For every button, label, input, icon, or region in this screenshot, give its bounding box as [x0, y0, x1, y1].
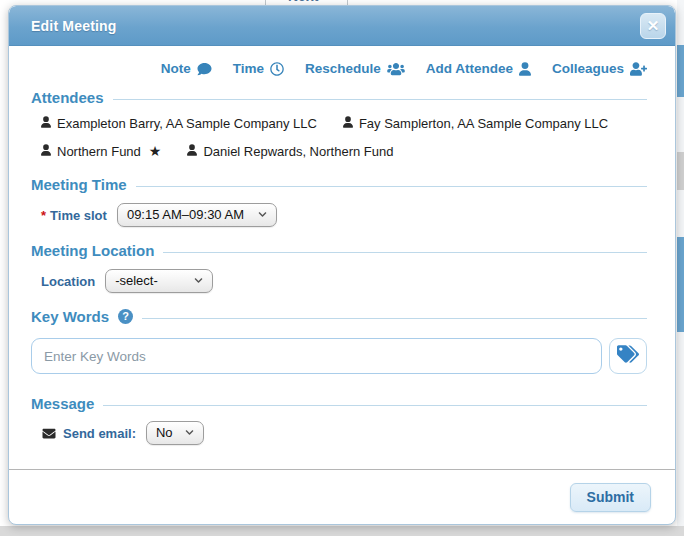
dialog-toolbar: Note Time Reschedule Add Attendee Collea…	[31, 61, 647, 76]
colleagues-link[interactable]: Colleagues	[552, 61, 647, 76]
scrollbar-segment	[677, 237, 684, 332]
chevron-down-icon	[185, 425, 194, 440]
key-words-heading-label: Key Words	[31, 308, 109, 325]
section-divider	[113, 99, 647, 100]
section-divider	[142, 318, 647, 319]
meeting-location-heading-label: Meeting Location	[31, 242, 154, 259]
close-icon[interactable]: ✕	[640, 13, 666, 39]
dialog-body: Note Time Reschedule Add Attendee Collea…	[9, 46, 675, 469]
background-scrollbar	[677, 0, 684, 536]
attendee-name: Northern Fund	[57, 144, 141, 159]
location-value: -select-	[115, 273, 158, 288]
background-next-button: Next	[288, 0, 318, 4]
add-attendee-link[interactable]: Add Attendee	[426, 61, 531, 76]
location-label: Location	[41, 274, 95, 289]
send-email-row: Send email: No	[41, 421, 647, 445]
time-slot-row: * Time slot 09:15 AM–09:30 AM	[41, 203, 647, 227]
location-row: Location -select-	[41, 269, 647, 293]
add-attendee-link-label: Add Attendee	[426, 61, 513, 76]
time-slot-select[interactable]: 09:15 AM–09:30 AM	[117, 203, 277, 227]
dialog-footer: Submit	[9, 469, 675, 524]
note-link-label: Note	[161, 61, 191, 76]
required-marker: *	[41, 208, 46, 223]
user-plus-icon	[630, 62, 647, 76]
section-divider	[163, 252, 647, 253]
user-icon	[187, 144, 197, 159]
edit-meeting-dialog: Edit Meeting ✕ Note Time Reschedule Add …	[8, 5, 676, 525]
section-divider	[103, 405, 647, 406]
attendee-name: Daniel Repwards, Northern Fund	[203, 144, 393, 159]
time-slot-label: Time slot	[50, 208, 107, 223]
background-page-bottom	[0, 526, 684, 536]
time-link[interactable]: Time	[233, 61, 284, 76]
attendee-row: Exampleton Barry, AA Sample Company LLC …	[41, 116, 647, 131]
message-section-heading: Message	[31, 395, 647, 412]
attendee-item: Exampleton Barry, AA Sample Company LLC	[41, 116, 317, 131]
user-icon	[343, 116, 353, 131]
dialog-titlebar[interactable]: Edit Meeting ✕	[9, 6, 675, 46]
attendee-name: Fay Samplerton, AA Sample Company LLC	[359, 116, 608, 131]
submit-button[interactable]: Submit	[570, 483, 651, 512]
key-words-row	[31, 338, 647, 374]
dialog-title: Edit Meeting	[31, 6, 117, 46]
message-heading-label: Message	[31, 395, 94, 412]
key-words-input[interactable]	[31, 338, 602, 374]
user-icon	[41, 116, 51, 131]
tags-icon	[617, 344, 639, 368]
meeting-time-section-heading: Meeting Time	[31, 176, 647, 193]
chevron-down-icon	[194, 273, 203, 288]
star-icon: ★	[149, 143, 162, 159]
tags-button[interactable]	[609, 338, 647, 374]
colleagues-link-label: Colleagues	[552, 61, 624, 76]
attendee-item: Daniel Repwards, Northern Fund	[187, 143, 393, 159]
user-icon	[41, 144, 51, 159]
meeting-location-section-heading: Meeting Location	[31, 242, 647, 259]
scrollbar-segment	[677, 152, 684, 190]
send-email-label: Send email:	[63, 426, 136, 441]
user-icon	[519, 62, 531, 76]
note-link[interactable]: Note	[161, 61, 212, 76]
send-email-value: No	[156, 425, 173, 440]
attendee-item: Northern Fund ★	[41, 143, 161, 159]
location-select[interactable]: -select-	[105, 269, 213, 293]
attendees-section-heading: Attendees	[31, 89, 647, 106]
send-email-select[interactable]: No	[146, 421, 204, 445]
meeting-time-heading-label: Meeting Time	[31, 176, 127, 193]
section-divider	[136, 186, 647, 187]
attendee-name: Exampleton Barry, AA Sample Company LLC	[57, 116, 317, 131]
attendee-row: Northern Fund ★ Daniel Repwards, Norther…	[41, 143, 647, 159]
users-icon	[387, 62, 405, 76]
attendees-heading-label: Attendees	[31, 89, 104, 106]
attendee-item: Fay Samplerton, AA Sample Company LLC	[343, 116, 608, 131]
clock-icon	[270, 62, 284, 76]
chevron-down-icon	[258, 207, 267, 222]
help-icon[interactable]: ?	[118, 309, 133, 324]
envelope-icon	[41, 427, 57, 440]
reschedule-link[interactable]: Reschedule	[305, 61, 405, 76]
scrollbar-segment	[677, 45, 684, 97]
reschedule-link-label: Reschedule	[305, 61, 381, 76]
time-link-label: Time	[233, 61, 264, 76]
time-slot-value: 09:15 AM–09:30 AM	[127, 207, 244, 222]
key-words-section-heading: Key Words ?	[31, 308, 647, 325]
comment-icon	[197, 62, 212, 76]
